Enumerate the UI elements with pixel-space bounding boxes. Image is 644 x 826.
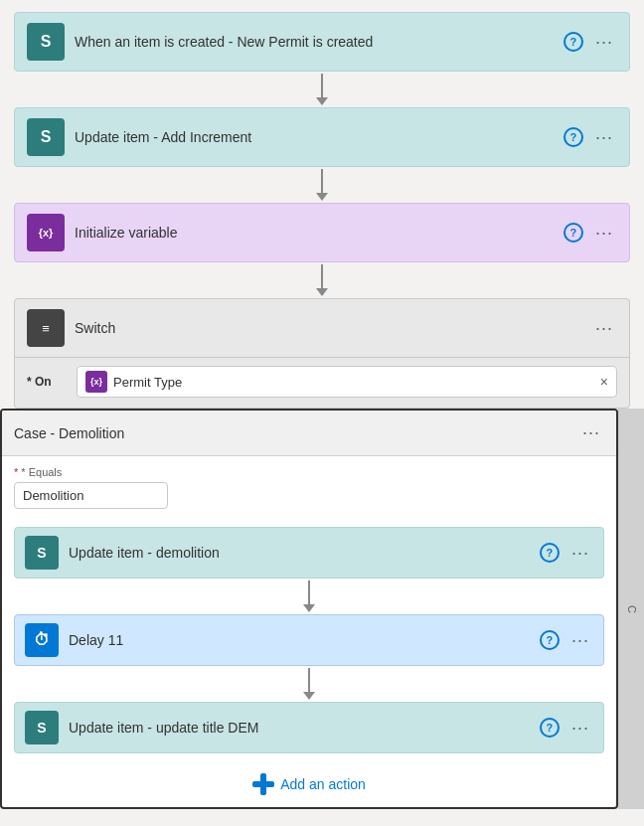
case-step1-help-icon[interactable]: ? bbox=[540, 543, 560, 563]
add-action-label: Add an action bbox=[280, 776, 366, 792]
step3-label: Initialize variable bbox=[75, 225, 564, 241]
case-right-panel: C bbox=[618, 409, 644, 809]
switch-icon: ≡ bbox=[27, 309, 65, 347]
case-step3-icon: S bbox=[25, 711, 59, 744]
case-arrow-2 bbox=[303, 668, 315, 700]
case-step1-more-button[interactable]: ··· bbox=[567, 541, 593, 566]
step3-icon-text: {x} bbox=[39, 227, 54, 239]
case-right-label: C bbox=[626, 605, 638, 613]
arrow-1 bbox=[316, 74, 328, 105]
case-arrow-head-2 bbox=[303, 692, 315, 700]
step2-label: Update item - Add Increment bbox=[75, 129, 564, 145]
step-initialize-variable: {x} Initialize variable ? ··· bbox=[14, 203, 630, 262]
step3-help-icon[interactable]: ? bbox=[564, 223, 583, 243]
step1-more-button[interactable]: ··· bbox=[591, 30, 617, 55]
add-action-button[interactable]: Add an action bbox=[252, 773, 366, 795]
case-step-update-demolition: S Update item - demolition ? ··· bbox=[14, 527, 604, 578]
step1-icon: S bbox=[27, 23, 65, 61]
case-step-delay: ⏱ Delay 11 ? ··· bbox=[14, 614, 604, 666]
case-step2-more-button[interactable]: ··· bbox=[567, 628, 593, 653]
step1-icon-letter: S bbox=[41, 33, 52, 51]
step2-help-icon[interactable]: ? bbox=[564, 127, 583, 147]
case-body: * * Equals bbox=[2, 456, 616, 519]
case-arrow-1 bbox=[303, 580, 315, 612]
step1-label: When an item is created - New Permit is … bbox=[75, 34, 564, 50]
case-arrow-head-1 bbox=[303, 604, 315, 612]
equals-label: * * Equals bbox=[14, 466, 604, 478]
case-step-update-title: S Update item - update title DEM ? ··· bbox=[14, 702, 604, 753]
step2-icon: S bbox=[27, 118, 65, 156]
step-update-item-increment: S Update item - Add Increment ? ··· bbox=[14, 107, 630, 167]
case-step3-help-icon[interactable]: ? bbox=[540, 718, 560, 738]
case-step2-help-icon[interactable]: ? bbox=[540, 630, 560, 650]
arrow-head-3 bbox=[316, 288, 328, 296]
case-header: Case - Demolition ··· bbox=[2, 411, 616, 456]
case-step1-icon: S bbox=[25, 536, 59, 570]
arrow-2 bbox=[316, 169, 328, 201]
case-step2-actions: ? ··· bbox=[540, 628, 593, 653]
arrow-line-3 bbox=[321, 264, 323, 288]
arrow-line-1 bbox=[321, 74, 323, 97]
step2-icon-letter: S bbox=[41, 128, 52, 146]
case-step3-label: Update item - update title DEM bbox=[69, 720, 540, 736]
case-more-button[interactable]: ··· bbox=[578, 420, 604, 445]
arrow-3 bbox=[316, 264, 328, 296]
step3-actions: ? ··· bbox=[564, 221, 617, 246]
case-step2-label: Delay 11 bbox=[69, 632, 540, 648]
case-step3-actions: ? ··· bbox=[540, 716, 593, 741]
case-container: Case - Demolition ··· * * Equals S Updat… bbox=[0, 409, 644, 809]
case-step1-actions: ? ··· bbox=[540, 541, 593, 566]
switch-block: ≡ Switch ··· * On {x} Permit Type × bbox=[14, 298, 630, 409]
add-action-icon bbox=[252, 773, 274, 795]
case-step2-icon: ⏱ bbox=[25, 623, 59, 657]
case-title: Case - Demolition bbox=[14, 425, 578, 441]
switch-on-label: * On bbox=[27, 375, 67, 389]
flow-container: S When an item is created - New Permit i… bbox=[0, 0, 644, 821]
permit-type-icon: {x} bbox=[85, 371, 107, 393]
step3-icon: {x} bbox=[27, 214, 65, 251]
switch-actions: ··· bbox=[591, 316, 617, 341]
switch-more-button[interactable]: ··· bbox=[591, 316, 617, 341]
equals-input[interactable] bbox=[14, 482, 168, 509]
step2-actions: ? ··· bbox=[564, 125, 617, 150]
permit-type-pill[interactable]: {x} Permit Type × bbox=[77, 366, 617, 398]
step2-more-button[interactable]: ··· bbox=[591, 125, 617, 150]
svg-rect-1 bbox=[260, 773, 266, 795]
step-when-item-created: S When an item is created - New Permit i… bbox=[14, 12, 630, 72]
arrow-line-2 bbox=[321, 169, 323, 193]
case-main: Case - Demolition ··· * * Equals S Updat… bbox=[0, 409, 618, 809]
step1-help-icon[interactable]: ? bbox=[564, 32, 583, 52]
switch-label: Switch bbox=[75, 320, 591, 336]
switch-on-row: * On {x} Permit Type × bbox=[15, 358, 629, 408]
arrow-head-2 bbox=[316, 193, 328, 201]
equals-asterisk: * bbox=[14, 466, 18, 478]
case-inner-steps: S Update item - demolition ? ··· ⏱ Delay… bbox=[2, 519, 616, 807]
permit-type-close[interactable]: × bbox=[600, 374, 608, 390]
case-step3-more-button[interactable]: ··· bbox=[567, 716, 593, 741]
case-arrow-line-2 bbox=[308, 668, 310, 692]
step3-more-button[interactable]: ··· bbox=[591, 221, 617, 246]
arrow-head-1 bbox=[316, 97, 328, 105]
case-arrow-line-1 bbox=[308, 580, 310, 604]
permit-type-label: Permit Type bbox=[113, 375, 594, 390]
case-step1-label: Update item - demolition bbox=[69, 545, 540, 561]
switch-header: ≡ Switch ··· bbox=[15, 299, 629, 358]
step1-actions: ? ··· bbox=[564, 30, 617, 55]
